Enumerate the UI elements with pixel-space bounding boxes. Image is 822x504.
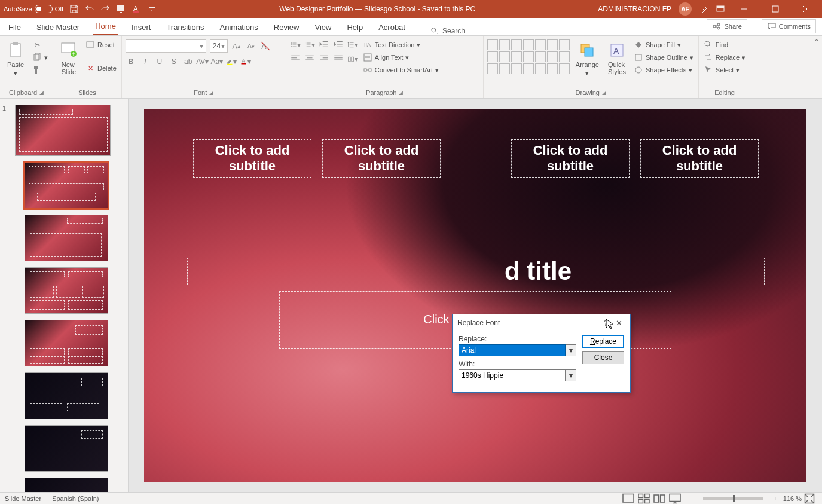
replace-button[interactable]: Replace ▾ bbox=[702, 52, 747, 63]
dialog-titlebar[interactable]: Replace Font ? ✕ bbox=[453, 314, 630, 331]
strikethrough-icon[interactable]: ab bbox=[183, 56, 194, 67]
decrease-indent-icon[interactable] bbox=[319, 39, 329, 50]
copy-button[interactable]: ▾ bbox=[31, 52, 49, 63]
tab-file[interactable]: File bbox=[6, 19, 23, 35]
align-left-icon[interactable] bbox=[290, 54, 301, 65]
thumbnail-pane[interactable]: 1 bbox=[0, 99, 129, 492]
search-box[interactable]: Search bbox=[430, 27, 465, 35]
cut-button[interactable]: ✂ bbox=[31, 39, 49, 50]
ribbon-display-icon[interactable] bbox=[716, 4, 725, 14]
tab-animations[interactable]: Animations bbox=[218, 19, 261, 35]
tab-help[interactable]: Help bbox=[344, 19, 365, 35]
find-button[interactable]: Find bbox=[702, 39, 747, 50]
layout-thumbnail[interactable] bbox=[25, 162, 108, 209]
status-mode[interactable]: Slide Master bbox=[5, 495, 41, 502]
italic-icon[interactable]: I bbox=[140, 56, 151, 67]
layout-thumbnail[interactable] bbox=[25, 320, 108, 366]
tab-review[interactable]: Review bbox=[271, 19, 302, 35]
font-color-qat-icon[interactable]: A bbox=[132, 4, 141, 14]
dialog-launcher-icon[interactable]: ◢ bbox=[39, 90, 44, 96]
line-spacing-icon[interactable]: ▾ bbox=[347, 39, 358, 50]
select-button[interactable]: Select ▾ bbox=[702, 65, 747, 75]
chevron-down-icon[interactable]: ▾ bbox=[566, 369, 576, 381]
justify-icon[interactable] bbox=[333, 54, 344, 65]
highlight-icon[interactable]: ▾ bbox=[226, 56, 237, 67]
normal-view-icon[interactable] bbox=[621, 493, 635, 504]
status-language[interactable]: Spanish (Spain) bbox=[52, 495, 99, 502]
numbering-icon[interactable]: 1▾ bbox=[304, 39, 315, 50]
close-button[interactable]: Close bbox=[582, 351, 624, 364]
tab-transitions[interactable]: Transitions bbox=[164, 19, 206, 35]
new-slide-button[interactable]: New Slide bbox=[57, 39, 81, 77]
text-direction-button[interactable]: IIAText Direction ▾ bbox=[362, 39, 440, 50]
share-button[interactable]: Share bbox=[707, 19, 747, 33]
font-name-combo[interactable]: ▾ bbox=[126, 39, 206, 53]
clear-formatting-icon[interactable]: A bbox=[260, 41, 271, 51]
convert-smartart-button[interactable]: Convert to SmartArt ▾ bbox=[362, 65, 440, 75]
with-font-combo[interactable]: ▾ bbox=[459, 369, 576, 381]
character-spacing-icon[interactable]: AV▾ bbox=[197, 56, 208, 67]
increase-font-icon[interactable]: A▴ bbox=[231, 41, 242, 51]
arrange-button[interactable]: Arrange▾ bbox=[573, 39, 601, 78]
redo-icon[interactable] bbox=[100, 4, 110, 14]
paste-button[interactable]: Paste ▾ bbox=[4, 39, 27, 78]
tab-home[interactable]: Home bbox=[93, 18, 118, 35]
reading-view-icon[interactable] bbox=[652, 493, 667, 504]
align-text-button[interactable]: Align Text ▾ bbox=[362, 52, 440, 63]
delete-button[interactable]: ✕Delete bbox=[84, 63, 118, 74]
user-avatar[interactable]: AF bbox=[679, 2, 692, 16]
slideshow-icon[interactable] bbox=[668, 493, 682, 504]
shape-outline-button[interactable]: Shape Outline ▾ bbox=[632, 52, 695, 63]
slide-canvas[interactable]: Click to add subtitle Click to add subti… bbox=[144, 109, 806, 482]
underline-icon[interactable]: U bbox=[154, 56, 165, 67]
columns-icon[interactable]: ▾ bbox=[347, 54, 358, 65]
close-button[interactable] bbox=[795, 0, 818, 18]
shape-effects-button[interactable]: Shape Effects ▾ bbox=[632, 65, 695, 75]
with-font-input[interactable] bbox=[459, 369, 566, 381]
tab-acrobat[interactable]: Acrobat bbox=[376, 19, 408, 35]
autosave-toggle[interactable]: AutoSave Off bbox=[4, 5, 63, 13]
undo-icon[interactable] bbox=[85, 4, 94, 14]
replace-font-input[interactable] bbox=[459, 344, 566, 356]
coming-soon-icon[interactable] bbox=[699, 4, 708, 14]
shapes-gallery[interactable] bbox=[487, 39, 570, 74]
increase-indent-icon[interactable] bbox=[333, 39, 344, 50]
replace-button[interactable]: Replace bbox=[582, 335, 624, 348]
layout-thumbnail[interactable] bbox=[25, 267, 108, 314]
zoom-slider[interactable] bbox=[703, 497, 763, 500]
zoom-out-icon[interactable]: − bbox=[683, 493, 698, 504]
quick-styles-button[interactable]: AQuick Styles bbox=[605, 39, 629, 77]
change-case-icon[interactable]: Aa▾ bbox=[212, 56, 222, 67]
slide-sorter-icon[interactable] bbox=[637, 493, 651, 504]
dialog-launcher-icon[interactable]: ◢ bbox=[209, 90, 213, 96]
tab-insert[interactable]: Insert bbox=[129, 19, 154, 35]
bold-icon[interactable]: B bbox=[126, 56, 136, 67]
tab-slide-master[interactable]: Slide Master bbox=[34, 19, 82, 35]
qat-more-icon[interactable] bbox=[147, 4, 157, 14]
dialog-launcher-icon[interactable]: ◢ bbox=[399, 90, 403, 96]
decrease-font-icon[interactable]: A▾ bbox=[246, 41, 256, 51]
layout-thumbnail[interactable] bbox=[25, 372, 108, 419]
maximize-button[interactable] bbox=[763, 0, 787, 18]
format-painter-button[interactable] bbox=[31, 65, 49, 75]
tab-view[interactable]: View bbox=[312, 19, 334, 35]
layout-thumbnail[interactable] bbox=[25, 425, 108, 472]
save-icon[interactable] bbox=[69, 4, 79, 14]
subtitle-placeholder-2[interactable]: Click to add subtitle bbox=[322, 139, 441, 178]
subtitle-placeholder-1[interactable]: Click to add subtitle bbox=[193, 139, 311, 178]
font-color-icon[interactable]: A▾ bbox=[240, 56, 251, 67]
chevron-down-icon[interactable]: ▾ bbox=[566, 344, 576, 356]
align-right-icon[interactable] bbox=[319, 54, 329, 65]
subtitle-placeholder-4[interactable]: Click to add subtitle bbox=[640, 139, 759, 178]
title-placeholder[interactable]: d title bbox=[187, 258, 765, 285]
align-center-icon[interactable] bbox=[304, 54, 315, 65]
bullets-icon[interactable]: ▾ bbox=[290, 39, 301, 50]
replace-font-combo[interactable]: ▾ bbox=[459, 344, 576, 356]
subtitle-placeholder-3[interactable]: Click to add subtitle bbox=[511, 139, 630, 178]
shape-fill-button[interactable]: Shape Fill ▾ bbox=[632, 39, 695, 50]
font-size-combo[interactable]: 24▾ bbox=[210, 39, 228, 53]
zoom-in-icon[interactable]: + bbox=[768, 493, 783, 504]
layout-thumbnail[interactable] bbox=[25, 478, 108, 492]
fit-to-window-icon[interactable] bbox=[802, 493, 817, 504]
shadow-icon[interactable]: S bbox=[169, 56, 179, 67]
